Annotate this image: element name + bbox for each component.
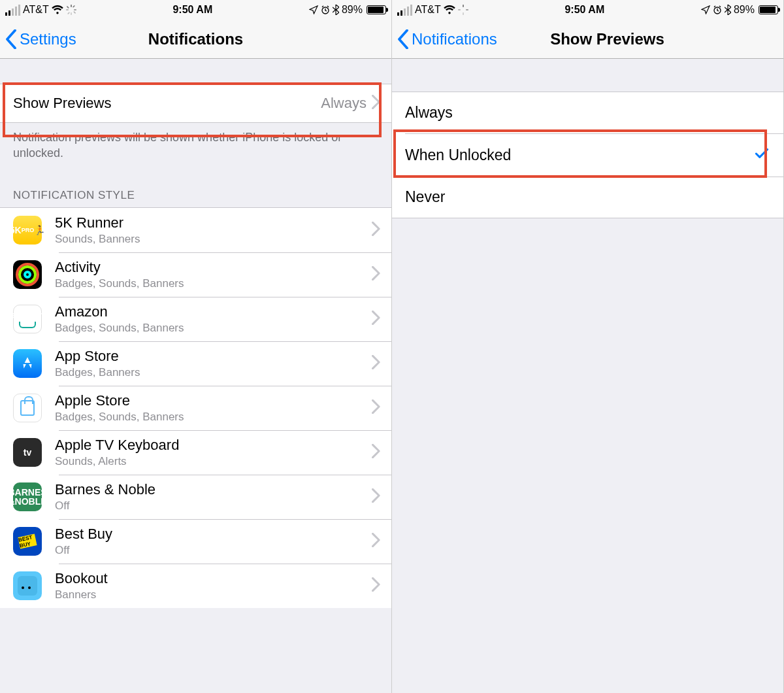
option-label: Never	[405, 188, 770, 206]
option-label: When Unlocked	[405, 146, 753, 164]
app-icon: amazon	[13, 305, 42, 333]
show-previews-label: Show Previews	[13, 95, 321, 112]
battery-percent: 89%	[342, 4, 363, 16]
back-button[interactable]: Notifications	[397, 29, 497, 49]
app-name: Amazon	[55, 303, 372, 320]
chevron-right-icon	[372, 577, 381, 594]
back-label: Notifications	[412, 30, 497, 48]
show-previews-value: Always	[321, 95, 367, 112]
alarm-icon	[713, 5, 722, 14]
app-row-activity[interactable]: Activity Badges, Sounds, Banners	[0, 252, 391, 297]
app-row-app-store[interactable]: App Store Badges, Banners	[0, 341, 391, 386]
section-footer: Notification previews will be shown whet…	[0, 123, 391, 173]
bluetooth-icon	[333, 5, 339, 15]
app-row-apple-tv-keyboard[interactable]: tv Apple TV Keyboard Sounds, Alerts	[0, 430, 391, 475]
section-header: NOTIFICATION STYLE	[0, 173, 391, 207]
svg-rect-5	[73, 11, 76, 14]
app-detail: Sounds, Banners	[55, 233, 372, 246]
app-name: Activity	[55, 259, 372, 276]
chevron-right-icon	[372, 444, 381, 461]
chevron-right-icon	[372, 311, 381, 328]
carrier-label: AT&T	[415, 4, 441, 16]
svg-rect-3	[74, 9, 76, 10]
app-name: App Store	[55, 348, 372, 365]
nav-bar: Settings Notifications	[0, 20, 391, 59]
app-icon	[13, 394, 42, 422]
back-label: Settings	[20, 30, 76, 48]
app-icon	[13, 571, 42, 600]
app-icon: 5KPRO🏃	[13, 216, 42, 245]
chevron-right-icon	[372, 222, 381, 239]
svg-rect-4	[67, 6, 69, 8]
app-icon: tv	[13, 438, 42, 467]
loading-spinner-icon	[458, 5, 468, 15]
status-bar: AT&T 9:50 AM 89%	[0, 0, 391, 20]
svg-rect-2	[66, 9, 69, 10]
svg-rect-11	[458, 9, 461, 10]
chevron-right-icon	[372, 488, 381, 505]
app-detail: Off	[55, 544, 372, 557]
app-row-apple-store[interactable]: Apple Store Badges, Sounds, Banners	[0, 386, 391, 430]
wifi-icon	[52, 5, 63, 14]
chevron-right-icon	[372, 95, 381, 112]
app-detail: Badges, Sounds, Banners	[55, 322, 372, 335]
app-name: Best Buy	[55, 526, 372, 543]
chevron-left-icon	[397, 29, 409, 49]
app-detail: Badges, Sounds, Banners	[55, 277, 372, 290]
option-always[interactable]: Always	[392, 92, 783, 133]
svg-rect-12	[466, 9, 468, 10]
app-name: Bookout	[55, 570, 372, 587]
app-name: 5K Runner	[55, 214, 372, 231]
svg-rect-0	[71, 5, 72, 7]
app-name: Apple TV Keyboard	[55, 437, 372, 454]
chevron-right-icon	[372, 355, 381, 372]
app-name: Apple Store	[55, 392, 372, 409]
nav-bar: Notifications Show Previews	[392, 20, 783, 59]
loading-spinner-icon	[66, 5, 76, 15]
chevron-right-icon	[372, 266, 381, 283]
show-previews-row[interactable]: Show Previews Always	[0, 84, 391, 123]
app-row-bookout[interactable]: Bookout Banners	[0, 564, 391, 608]
alarm-icon	[321, 5, 330, 14]
battery-icon	[367, 5, 386, 14]
carrier-label: AT&T	[23, 4, 49, 16]
option-when-unlocked[interactable]: When Unlocked	[392, 133, 783, 177]
app-detail: Sounds, Alerts	[55, 455, 372, 468]
app-row-5k-runner[interactable]: 5KPRO🏃 5K Runner Sounds, Banners	[0, 208, 391, 252]
option-label: Always	[405, 104, 770, 122]
chevron-right-icon	[372, 533, 381, 550]
chevron-right-icon	[372, 399, 381, 416]
svg-rect-1	[71, 12, 72, 15]
location-icon	[309, 5, 318, 14]
wifi-icon	[444, 5, 455, 14]
app-row-best-buy[interactable]: BEST BUY Best Buy Off	[0, 519, 391, 564]
svg-rect-10	[463, 12, 464, 15]
app-icon	[13, 260, 42, 289]
app-detail: Off	[55, 499, 372, 513]
location-icon	[701, 5, 710, 14]
checkmark-icon	[753, 145, 770, 165]
svg-rect-7	[67, 12, 70, 14]
app-icon: BEST BUY	[13, 527, 42, 556]
option-never[interactable]: Never	[392, 177, 783, 218]
battery-icon	[759, 5, 778, 14]
app-row-barnes-noble[interactable]: BARNES&NOBLE Barnes & Noble Off	[0, 475, 391, 519]
chevron-left-icon	[5, 29, 17, 49]
battery-percent: 89%	[734, 4, 755, 16]
app-icon: BARNES&NOBLE	[13, 482, 42, 511]
status-time: 9:50 AM	[564, 4, 604, 16]
back-button[interactable]: Settings	[5, 29, 76, 49]
app-icon	[13, 349, 42, 378]
app-detail: Badges, Banners	[55, 366, 372, 379]
cellular-signal-icon	[397, 5, 412, 16]
svg-rect-9	[463, 5, 464, 7]
svg-rect-6	[73, 5, 75, 8]
app-row-amazon[interactable]: amazon Amazon Badges, Sounds, Banners	[0, 297, 391, 341]
bluetooth-icon	[725, 5, 731, 15]
status-time: 9:50 AM	[172, 4, 212, 16]
cellular-signal-icon	[5, 5, 20, 16]
app-name: Barnes & Noble	[55, 481, 372, 498]
status-bar: AT&T 9:50 AM 89%	[392, 0, 783, 20]
app-detail: Badges, Sounds, Banners	[55, 411, 372, 424]
app-detail: Banners	[55, 588, 372, 601]
